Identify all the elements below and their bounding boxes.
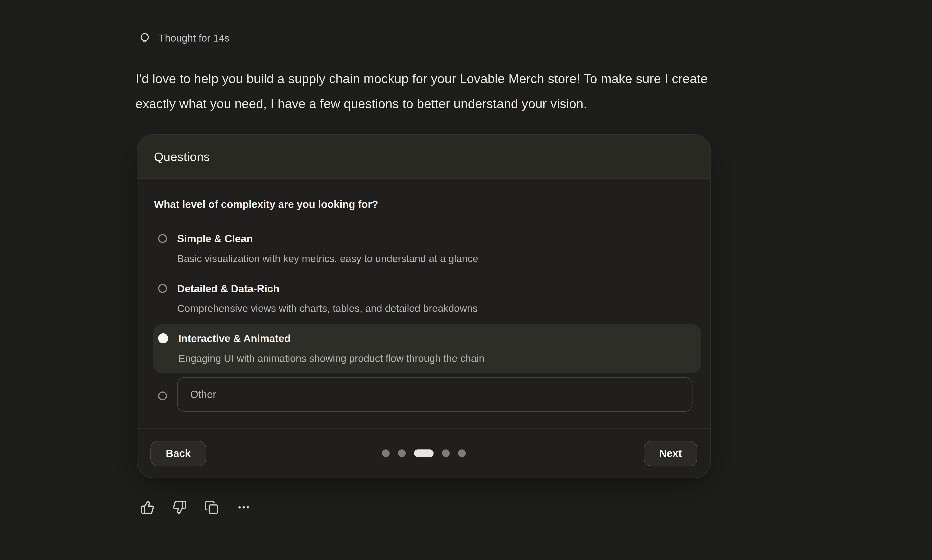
radio-icon[interactable] bbox=[158, 391, 167, 400]
other-input[interactable] bbox=[177, 377, 692, 412]
option-title: Detailed & Data-Rich bbox=[177, 281, 478, 297]
progress-dots bbox=[382, 449, 466, 457]
more-options-button[interactable] bbox=[237, 500, 251, 515]
progress-dot bbox=[398, 449, 406, 457]
chat-message-region: Thought for 14s I'd love to help you bui… bbox=[0, 0, 932, 560]
thought-toggle[interactable]: Thought for 14s bbox=[138, 32, 230, 45]
thumbs-down-icon bbox=[173, 500, 187, 515]
options-list: Simple & Clean Basic visualization with … bbox=[153, 225, 701, 415]
thumbs-up-icon bbox=[140, 500, 155, 515]
option-description: Basic visualization with key metrics, ea… bbox=[177, 251, 478, 267]
option-title: Simple & Clean bbox=[177, 231, 478, 247]
progress-dot bbox=[458, 449, 466, 457]
option-title: Interactive & Animated bbox=[178, 331, 484, 346]
card-footer: Back Next bbox=[137, 428, 710, 478]
radio-icon[interactable] bbox=[158, 284, 167, 293]
option-other[interactable] bbox=[153, 374, 701, 415]
progress-dot bbox=[442, 449, 450, 457]
lightbulb-icon bbox=[138, 32, 152, 45]
assistant-message: I'd love to help you build a supply chai… bbox=[136, 66, 708, 116]
radio-icon[interactable] bbox=[158, 333, 168, 343]
progress-dot bbox=[382, 449, 390, 457]
card-title: Questions bbox=[154, 149, 210, 164]
card-header: Questions bbox=[137, 135, 710, 179]
assistant-message-line: I'd love to help you build a supply chai… bbox=[136, 66, 708, 92]
assistant-message-line: exactly what you need, I have a few ques… bbox=[136, 92, 708, 117]
option-description: Engaging UI with animations showing prod… bbox=[178, 351, 484, 366]
question-text: What level of complexity are you looking… bbox=[154, 197, 693, 212]
option-description: Comprehensive views with charts, tables,… bbox=[177, 301, 478, 317]
message-action-bar bbox=[140, 500, 251, 515]
thumbs-up-button[interactable] bbox=[140, 500, 155, 515]
next-button[interactable]: Next bbox=[644, 440, 697, 466]
thumbs-down-button[interactable] bbox=[173, 500, 187, 515]
ellipsis-icon bbox=[237, 500, 251, 515]
option-simple-clean[interactable]: Simple & Clean Basic visualization with … bbox=[153, 225, 701, 273]
card-body: What level of complexity are you looking… bbox=[137, 179, 710, 414]
back-button[interactable]: Back bbox=[150, 440, 206, 466]
radio-icon[interactable] bbox=[158, 234, 167, 243]
copy-button[interactable] bbox=[205, 500, 219, 515]
questions-card: Questions What level of complexity are y… bbox=[137, 134, 711, 478]
copy-icon bbox=[205, 500, 219, 515]
option-interactive-animated[interactable]: Interactive & Animated Engaging UI with … bbox=[153, 324, 701, 373]
thought-label: Thought for 14s bbox=[159, 32, 230, 45]
option-detailed-data-rich[interactable]: Detailed & Data-Rich Comprehensive views… bbox=[153, 274, 701, 323]
progress-dot-active bbox=[414, 449, 434, 457]
